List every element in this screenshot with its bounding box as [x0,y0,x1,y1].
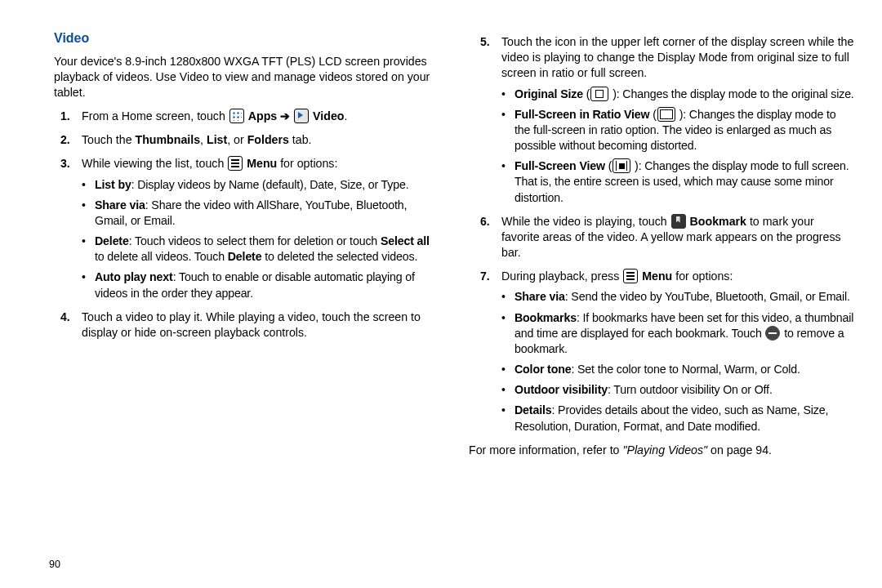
page-number: 90 [49,558,60,572]
step-3: While viewing the list, touch Menu for o… [49,156,434,301]
section-title: Video [54,29,434,47]
list-item: Full-Screen in Ratio View ( ): Changes t… [501,107,854,154]
list-item: Details: Provides details about the vide… [501,403,854,434]
step-2: Touch the Thumbnails, List, or Folders t… [49,132,434,148]
manual-page: Video Your device's 8.9-inch 1280x800 WX… [0,0,882,588]
menu-icon [228,156,243,171]
step-7: During playback, press Menu for options:… [469,269,854,434]
step-3-sublist: List by: Display videos by Name (default… [82,177,434,301]
cross-reference: For more information, refer to "Playing … [469,443,854,458]
steps-list-left: From a Home screen, touch Apps ➔ Video. … [49,109,434,341]
list-item: Color tone: Set the color tone to Normal… [501,362,854,377]
list-item: Full-Screen View ( ): Changes the displa… [501,158,854,206]
video-icon [294,109,309,123]
list-item: Share via: Send the video by YouTube, Bl… [501,289,854,305]
step-1: From a Home screen, touch Apps ➔ Video. [49,109,434,124]
steps-list-right: Touch the icon in the upper left corner … [469,34,854,434]
list-item: Share via: Share the video with AllShare… [82,198,434,229]
bookmark-icon [671,214,686,229]
list-item: Outdoor visibility: Turn outdoor visibil… [501,382,854,398]
left-column: Video Your device's 8.9-inch 1280x800 WX… [49,29,434,580]
step-5-sublist: Original Size ( ): Changes the display m… [501,87,854,206]
apps-icon [229,109,244,123]
list-item: Bookmarks: If bookmarks have been set fo… [501,310,854,358]
remove-icon [765,326,780,341]
list-item: Delete: Touch videos to select them for … [82,234,434,265]
step-5: Touch the icon in the upper left corner … [469,34,854,206]
intro-paragraph: Your device's 8.9-inch 1280x800 WXGA TFT… [54,54,434,101]
step-7-sublist: Share via: Send the video by YouTube, Bl… [501,289,854,434]
ratio-view-icon [657,107,675,122]
right-column: Touch the icon in the upper left corner … [469,29,854,580]
step-4: Touch a video to play it. While playing … [49,310,434,341]
menu-icon [623,269,638,283]
list-item: List by: Display videos by Name (default… [82,177,434,193]
step-6: While the video is playing, touch Bookma… [469,214,854,261]
original-size-icon [590,87,608,101]
list-item: Auto play next: Touch to enable or disab… [82,270,434,301]
full-screen-icon [612,158,630,173]
list-item: Original Size ( ): Changes the display m… [501,87,854,102]
